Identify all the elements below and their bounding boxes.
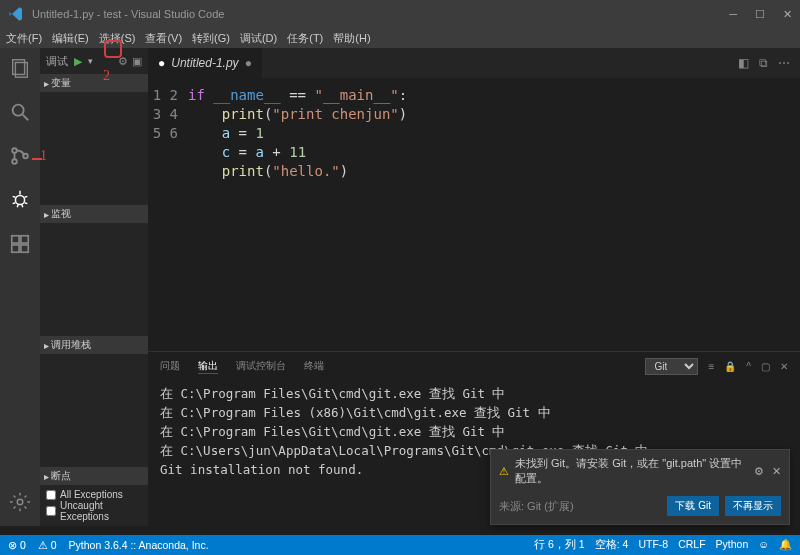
search-icon[interactable] [8,100,32,124]
compare-icon[interactable]: ⧉ [759,56,768,70]
debug-header-label: 调试 [46,54,68,69]
menu-item[interactable]: 转到(G) [192,31,230,46]
notification-source: 来源: Git (扩展) [499,499,574,514]
code-content[interactable]: if __name__ == "__main__": print("print … [188,78,407,351]
more-icon[interactable]: ⋯ [778,56,790,70]
panel-close-icon[interactable]: ▢ [761,361,770,372]
debug-console-icon[interactable]: ▣ [132,55,142,68]
uncaught-exceptions-checkbox[interactable]: Uncaught Exceptions [46,500,142,522]
svg-point-7 [15,195,24,204]
close-icon[interactable]: ✕ [783,8,792,21]
status-python[interactable]: Python 3.6.4 :: Anaconda, Inc. [69,539,209,551]
svg-line-11 [13,203,16,204]
menu-item[interactable]: 编辑(E) [52,31,89,46]
statusbar: ⊗ 0 ⚠ 0 Python 3.6.4 :: Anaconda, Inc. 行… [0,535,800,555]
notification-text: 未找到 Git。请安装 Git，或在 "git.path" 设置中配置。 [515,456,748,486]
all-exceptions-checkbox[interactable]: All Exceptions [46,489,142,500]
code-editor[interactable]: 1 2 3 4 5 6 if __name__ == "__main__": p… [148,78,800,351]
output-channel-select[interactable]: Git [645,358,698,375]
split-editor-icon[interactable]: ◧ [738,56,749,70]
debug-sidebar: 调试 ▶ ▾ ⚙ ▣ 变量 监视 调用堆栈 断点 All Exceptions … [40,48,148,526]
status-spaces[interactable]: 空格: 4 [595,538,629,552]
variables-section[interactable]: 变量 [40,74,148,92]
dont-show-button[interactable]: 不再显示 [725,496,781,516]
minimize-icon[interactable]: ─ [729,8,737,21]
panel-tabs: 问题 输出 调试控制台 终端 Git ≡ 🔒 ^ ▢ ✕ [148,352,800,380]
warning-icon: ⚠ [499,465,509,478]
debug-header: 调试 ▶ ▾ ⚙ ▣ [40,48,148,74]
vscode-icon [8,6,24,22]
status-encoding[interactable]: UTF-8 [638,538,668,552]
panel-x-icon[interactable]: ✕ [780,361,788,372]
notification-gear-icon[interactable]: ⚙ [754,465,764,478]
svg-line-13 [17,205,18,208]
breakpoints-section[interactable]: 断点 [40,467,148,485]
status-language[interactable]: Python [716,538,749,552]
callstack-section[interactable]: 调用堆栈 [40,336,148,354]
svg-rect-17 [12,245,19,252]
editor-tabs: ● Untitled-1.py ● ◧ ⧉ ⋯ [148,48,800,78]
status-errors[interactable]: ⊗ 0 [8,539,26,551]
menu-item[interactable]: 帮助(H) [333,31,370,46]
extensions-icon[interactable] [8,232,32,256]
settings-icon[interactable] [8,490,32,514]
svg-point-4 [12,148,17,153]
notification-close-icon[interactable]: ✕ [772,465,781,478]
menu-item[interactable]: 调试(D) [240,31,277,46]
svg-line-3 [23,115,29,121]
notification-git: ⚠ 未找到 Git。请安装 Git，或在 "git.path" 设置中配置。 ⚙… [490,449,790,525]
status-feedback-icon[interactable]: ☺ [758,538,769,552]
activity-bar [0,48,40,526]
tab-debugconsole[interactable]: 调试控制台 [236,359,286,373]
titlebar: Untitled-1.py - test - Visual Studio Cod… [0,0,800,28]
svg-point-5 [12,159,17,164]
svg-line-9 [13,196,16,197]
breakpoints-list: All Exceptions Uncaught Exceptions [40,485,148,526]
svg-line-12 [25,203,28,204]
watch-section[interactable]: 监视 [40,205,148,223]
menu-item[interactable]: 文件(F) [6,31,42,46]
svg-line-10 [25,196,28,197]
modified-dot-icon: ● [158,56,165,70]
svg-point-2 [13,105,24,116]
start-debug-icon[interactable]: ▶ [74,55,82,68]
status-cursor[interactable]: 行 6，列 1 [534,538,585,552]
tab-label: Untitled-1.py [171,56,238,70]
status-warnings[interactable]: ⚠ 0 [38,539,57,551]
menubar: 文件(F)编辑(E)选择(S)查看(V)转到(G)调试(D)任务(T)帮助(H) [0,28,800,48]
tab-close-icon[interactable]: ● [245,56,252,70]
tab-terminal[interactable]: 终端 [304,359,324,373]
svg-rect-18 [21,245,28,252]
svg-rect-15 [12,236,19,243]
title-text: Untitled-1.py - test - Visual Studio Cod… [32,8,224,20]
tab-problems[interactable]: 问题 [160,359,180,373]
annotation-2: 2 [103,68,110,84]
status-eol[interactable]: CRLF [678,538,705,552]
tab-untitled[interactable]: ● Untitled-1.py ● [148,48,262,78]
menu-item[interactable]: 查看(V) [145,31,182,46]
debug-icon[interactable] [8,188,32,212]
output-lock-icon[interactable]: 🔒 [724,361,736,372]
debug-gear-icon[interactable]: ⚙ [118,55,128,68]
annotation-1: 1 [40,148,47,164]
window-controls: ─ ☐ ✕ [729,8,792,21]
svg-line-14 [22,205,23,208]
panel-maximize-icon[interactable]: ^ [746,361,751,372]
debug-config-dropdown[interactable]: ▾ [88,56,93,66]
tab-output[interactable]: 输出 [198,359,218,374]
status-bell-icon[interactable]: 🔔 [779,538,792,552]
minimap[interactable] [782,78,800,351]
download-git-button[interactable]: 下载 Git [667,496,719,516]
line-gutter: 1 2 3 4 5 6 [148,78,188,351]
maximize-icon[interactable]: ☐ [755,8,765,21]
scm-icon[interactable] [8,144,32,168]
menu-item[interactable]: 选择(S) [99,31,136,46]
menu-item[interactable]: 任务(T) [287,31,323,46]
output-clear-icon[interactable]: ≡ [708,361,714,372]
explorer-icon[interactable] [8,56,32,80]
svg-rect-16 [21,236,28,243]
svg-point-19 [17,499,23,505]
